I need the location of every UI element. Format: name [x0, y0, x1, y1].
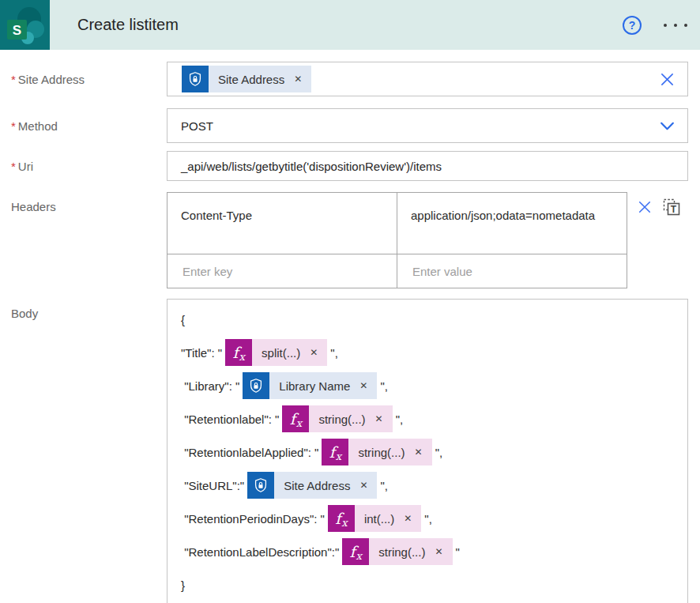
body-line-text: "RetentionPeriodinDays": " [181, 512, 325, 526]
body-line-text: ", [435, 446, 443, 459]
fx-icon: fx [225, 339, 252, 366]
uri-label: *Uri [11, 160, 167, 173]
token-remove-icon[interactable]: ✕ [402, 513, 413, 524]
body-line: "RetentionlabelApplied": " fx string(...… [181, 435, 675, 469]
body-line-text: " [456, 545, 460, 559]
body-row: Body { "Title": " fx split(...) ✕ ", "Li… [11, 299, 700, 603]
body-line: } [181, 568, 675, 601]
body-line: "RetentionPeriodinDays": " fx int(...) ✕… [181, 502, 675, 535]
body-line-text: "RetentionlabelApplied": " [181, 446, 318, 459]
delete-header-row-icon[interactable] [638, 200, 652, 217]
header-value-input[interactable] [411, 264, 615, 279]
card-header[interactable]: S Create listitem ? [0, 0, 700, 50]
body-line: "RetentionLabelDescription":" fx string(… [181, 535, 675, 568]
token-label: Site Address [218, 73, 284, 86]
body-line-text: "SiteURL":" [181, 479, 244, 492]
expression-token[interactable]: fx split(...) ✕ [225, 339, 327, 366]
body-line: "Retentionlabel": " fx string(...) ✕ ", [181, 402, 675, 435]
header-key-cell[interactable]: Content-Type [167, 193, 397, 254]
token-remove-icon[interactable]: ✕ [308, 347, 319, 358]
svg-text:S: S [13, 23, 21, 38]
site-address-token[interactable]: Site Address ✕ [182, 66, 311, 92]
body-line: { [181, 303, 675, 336]
svg-text:T: T [671, 204, 677, 215]
card-title: Create listitem [77, 16, 623, 34]
body-line-text: "Title": " [181, 346, 222, 360]
body-line-text: ", [380, 479, 388, 492]
token-remove-icon[interactable]: ✕ [292, 73, 303, 85]
headers-table-row: Content-Type application/json;odata=nome… [167, 193, 627, 254]
token-label: Site Address [284, 479, 350, 492]
token-remove-icon[interactable]: ✕ [413, 447, 424, 458]
expression-token[interactable]: fx string(...) ✕ [342, 538, 452, 565]
token-label: split(...) [262, 346, 300, 360]
body-line: "Library": " Library Name ✕ ", [181, 369, 675, 402]
token-remove-icon[interactable]: ✕ [358, 380, 369, 391]
token-label: Library Name [279, 379, 350, 393]
help-icon[interactable]: ? [623, 16, 642, 35]
sharepoint-icon: S [0, 0, 50, 50]
uri-row: *Uri _api/web/lists/getbytitle('disposit… [11, 151, 700, 181]
header-value-input-cell [397, 254, 627, 288]
fx-icon: fx [342, 538, 369, 565]
headers-table: Content-Type application/json;odata=nome… [167, 192, 627, 288]
token-label: string(...) [318, 413, 365, 426]
token-label: string(...) [378, 545, 425, 559]
expression-token[interactable]: fx string(...) ✕ [282, 405, 392, 432]
body-line-text: "RetentionLabelDescription":" [181, 545, 339, 559]
body-line-text: "Library": " [181, 379, 239, 393]
body-line-text: } [181, 579, 185, 592]
body-line-text: ", [396, 413, 404, 426]
required-asterisk: * [11, 119, 16, 133]
method-value: POST [181, 119, 660, 133]
site-address-input[interactable]: Site Address ✕ [167, 62, 688, 96]
body-line-text: ", [380, 379, 388, 393]
headers-label: Headers [11, 192, 167, 288]
create-listitem-action-card: S Create listitem ? *Site Address [0, 0, 700, 603]
body-line-text: "Retentionlabel": " [181, 413, 279, 426]
fx-icon: fx [282, 405, 309, 432]
body-label: Body [11, 299, 167, 603]
headers-row: Headers Content-Type application/json;od… [11, 192, 700, 288]
dynamic-content-token[interactable]: Site Address ✕ [247, 472, 377, 499]
body-line-text: ", [424, 512, 432, 526]
body-line: "SiteURL":" Site Address ✕ ", [181, 469, 675, 502]
shield-lock-icon [182, 66, 209, 92]
shield-lock-icon [247, 472, 274, 499]
header-key-input[interactable] [181, 264, 386, 279]
method-label: *Method [11, 119, 167, 133]
body-line-text: ", [330, 346, 338, 360]
token-remove-icon[interactable]: ✕ [358, 480, 369, 491]
dynamic-content-token[interactable]: Library Name ✕ [243, 372, 377, 399]
shield-lock-icon [243, 372, 269, 399]
method-row: *Method POST [11, 108, 700, 143]
header-value-cell[interactable]: application/json;odata=nometadata [397, 193, 627, 254]
expression-token[interactable]: fx string(...) ✕ [322, 439, 431, 465]
headers-table-new-row [167, 254, 627, 288]
expression-token[interactable]: fx int(...) ✕ [328, 505, 421, 532]
site-address-row: *Site Address Site Address ✕ [11, 62, 700, 96]
menu-ellipsis-icon[interactable] [662, 21, 689, 30]
token-remove-icon[interactable]: ✕ [433, 546, 444, 557]
required-asterisk: * [11, 73, 16, 86]
uri-value: _api/web/lists/getbytitle('dispositionRe… [181, 160, 687, 173]
clear-field-icon[interactable] [660, 72, 675, 87]
token-remove-icon[interactable]: ✕ [374, 413, 385, 424]
body-input[interactable]: { "Title": " fx split(...) ✕ ", "Library… [167, 299, 688, 603]
token-label: string(...) [358, 446, 405, 459]
uri-input[interactable]: _api/web/lists/getbytitle('dispositionRe… [167, 151, 688, 181]
method-dropdown[interactable]: POST [167, 108, 688, 143]
fx-icon: fx [328, 505, 355, 532]
body-line-text: { [181, 313, 185, 326]
chevron-down-icon[interactable] [660, 122, 675, 130]
body-line: "Title": " fx split(...) ✕ ", [181, 336, 675, 369]
required-asterisk: * [11, 160, 16, 173]
token-label: int(...) [364, 512, 394, 526]
fx-icon: fx [322, 439, 348, 465]
header-key-input-cell [167, 254, 397, 288]
site-address-label: *Site Address [11, 73, 167, 86]
switch-to-text-mode-icon[interactable]: T [662, 198, 681, 220]
